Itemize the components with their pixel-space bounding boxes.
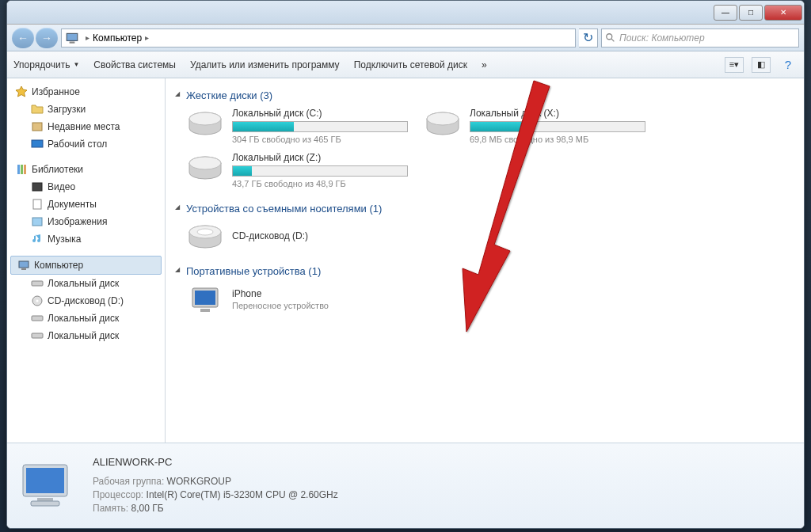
sidebar-item-localdisk3[interactable]: Локальный диск — [7, 327, 165, 344]
usage-bar — [232, 165, 408, 177]
svg-rect-1 — [70, 41, 75, 43]
help-button[interactable]: ? — [779, 57, 798, 73]
cd-drive-icon — [186, 221, 224, 253]
libraries-icon — [15, 163, 28, 176]
portable-device-icon — [186, 283, 224, 315]
refresh-button[interactable]: ↻ — [579, 28, 598, 48]
section-removable[interactable]: Устройства со съемными носителями (1) — [175, 198, 794, 221]
address-bar: ← → ▸ Компьютер ▸ ↻ Поиск: Компьютер — [7, 25, 804, 51]
organize-menu[interactable]: Упорядочить ▼ — [13, 59, 79, 70]
sidebar-item-recent[interactable]: Недавние места — [7, 118, 165, 135]
content-pane: Жесткие диски (3) Локальный диск (C:) 30… — [166, 78, 804, 443]
usage-bar — [470, 121, 645, 132]
toolbar-overflow[interactable]: » — [482, 59, 487, 70]
details-pane: ALIENWORK-PC Рабочая группа: WORKGROUP П… — [7, 443, 804, 528]
sidebar-item-music[interactable]: Музыка — [7, 230, 165, 248]
computer-large-icon — [17, 458, 80, 514]
svg-rect-12 — [19, 261, 29, 268]
preview-pane-button[interactable]: ◧ — [752, 57, 771, 73]
svg-point-24 — [189, 157, 221, 169]
cd-icon — [31, 294, 44, 307]
iphone-device[interactable]: iPhone Переносное устройство — [175, 283, 794, 315]
svg-rect-6 — [17, 165, 20, 174]
drive-x[interactable]: Локальный диск (X:) 69,8 МБ свободно из … — [424, 108, 645, 144]
forward-button[interactable]: → — [36, 28, 58, 48]
close-button[interactable]: ✕ — [764, 5, 802, 21]
desktop-icon — [31, 138, 44, 150]
sidebar-item-downloads[interactable]: Загрузки — [7, 101, 165, 118]
drive-c[interactable]: Локальный диск (C:) 304 ГБ свободно из 4… — [186, 108, 408, 144]
section-portable[interactable]: Портативные устройства (1) — [175, 260, 794, 283]
svg-point-20 — [189, 112, 221, 125]
svg-rect-9 — [32, 183, 42, 191]
uninstall-program-button[interactable]: Удалить или изменить программу — [190, 59, 340, 70]
computer-name: ALIENWORK-PC — [93, 456, 338, 468]
map-network-drive-button[interactable]: Подключить сетевой диск — [354, 59, 467, 70]
svg-rect-4 — [32, 123, 42, 131]
computer-icon — [65, 31, 79, 45]
favorites-group[interactable]: Избранное — [7, 83, 165, 101]
section-hard-disks[interactable]: Жесткие диски (3) — [175, 85, 794, 108]
back-button[interactable]: ← — [12, 28, 34, 48]
disk-icon — [31, 277, 44, 290]
video-icon — [31, 180, 44, 193]
svg-rect-11 — [32, 218, 42, 226]
recent-icon — [31, 120, 44, 133]
navigation-pane: Избранное Загрузки Недавние места Рабочи… — [7, 78, 166, 443]
svg-rect-10 — [33, 200, 41, 209]
svg-point-16 — [36, 300, 39, 302]
music-icon — [31, 233, 44, 245]
sidebar-item-cddrive[interactable]: CD-дисковод (D:) — [7, 292, 165, 310]
svg-rect-17 — [32, 316, 43, 321]
pictures-icon — [31, 215, 44, 228]
sidebar-item-localdisk2[interactable]: Локальный диск — [7, 310, 165, 327]
svg-rect-32 — [26, 468, 64, 493]
computer-group[interactable]: Компьютер — [10, 256, 162, 275]
toolbar: Упорядочить ▼ Свойства системы Удалить и… — [7, 51, 804, 78]
svg-point-22 — [427, 112, 459, 125]
svg-rect-5 — [32, 140, 43, 147]
svg-point-2 — [607, 33, 612, 39]
svg-rect-30 — [200, 309, 210, 312]
svg-rect-34 — [31, 501, 59, 506]
drive-z[interactable]: Локальный диск (Z:) 43,7 ГБ свободно из … — [186, 152, 408, 188]
explorer-window: — □ ✕ ← → ▸ Компьютер ▸ ↻ Поиск: Компьют… — [6, 0, 805, 529]
documents-icon — [31, 198, 44, 211]
hdd-icon — [186, 152, 224, 184]
maximize-button[interactable]: □ — [739, 5, 763, 21]
computer-icon — [17, 259, 30, 272]
svg-rect-29 — [195, 291, 215, 305]
search-input[interactable]: Поиск: Компьютер — [601, 28, 799, 48]
svg-rect-33 — [37, 498, 53, 501]
disk-icon — [31, 312, 44, 325]
view-options-button[interactable]: ≡▾ — [725, 57, 744, 73]
disk-icon — [31, 329, 44, 342]
libraries-group[interactable]: Библиотеки — [7, 161, 165, 178]
hdd-icon — [186, 108, 224, 139]
svg-rect-14 — [32, 281, 43, 286]
breadcrumb[interactable]: ▸ Компьютер ▸ — [61, 28, 576, 48]
svg-rect-18 — [32, 333, 43, 338]
folder-icon — [31, 103, 44, 116]
hdd-icon — [424, 108, 462, 139]
svg-rect-8 — [24, 165, 26, 174]
titlebar: — □ ✕ — [7, 1, 804, 25]
sidebar-item-localdisk[interactable]: Локальный диск — [7, 275, 165, 292]
svg-line-3 — [611, 38, 615, 41]
sidebar-item-pictures[interactable]: Изображения — [7, 213, 165, 230]
breadcrumb-location: Компьютер — [93, 32, 142, 44]
svg-rect-7 — [21, 165, 23, 174]
svg-rect-0 — [67, 33, 78, 40]
star-icon — [15, 86, 28, 98]
svg-point-27 — [197, 229, 213, 235]
sidebar-item-desktop[interactable]: Рабочий стол — [7, 135, 165, 153]
minimize-button[interactable]: — — [714, 5, 737, 21]
usage-bar — [232, 121, 408, 132]
search-icon — [605, 32, 616, 44]
cd-drive[interactable]: CD-дисковод (D:) — [175, 221, 794, 253]
sidebar-item-documents[interactable]: Документы — [7, 196, 165, 213]
sidebar-item-videos[interactable]: Видео — [7, 178, 165, 196]
system-properties-button[interactable]: Свойства системы — [93, 59, 176, 70]
svg-rect-13 — [21, 268, 26, 270]
